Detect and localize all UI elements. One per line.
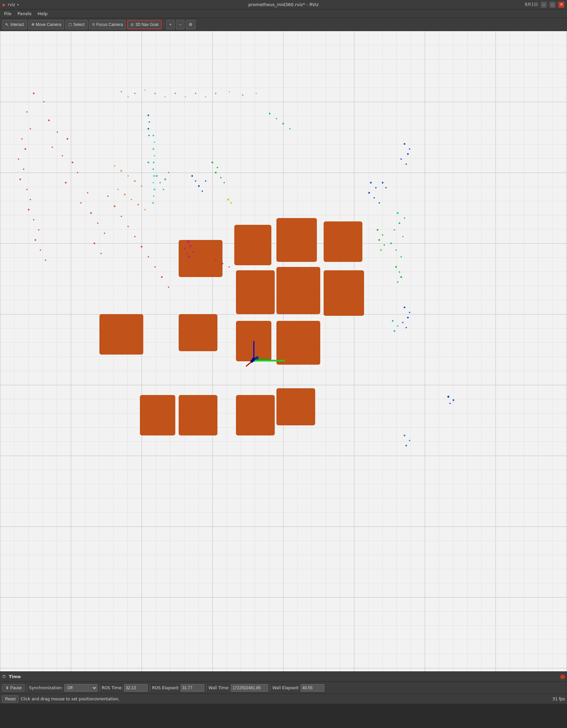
reset-button[interactable]: Reset xyxy=(2,695,19,703)
svg-point-80 xyxy=(382,182,384,184)
svg-point-73 xyxy=(202,190,203,192)
svg-point-88 xyxy=(409,312,410,313)
obstacle-6 xyxy=(276,267,320,314)
menu-file[interactable]: File xyxy=(1,10,14,17)
svg-point-110 xyxy=(190,245,191,247)
interact-button[interactable]: ↖ Interact xyxy=(2,20,27,29)
obstacle-11 xyxy=(276,321,320,365)
svg-point-48 xyxy=(148,162,149,163)
svg-point-125 xyxy=(138,204,139,206)
svg-point-83 xyxy=(409,148,410,150)
svg-point-139 xyxy=(149,121,150,123)
svg-point-14 xyxy=(65,182,67,184)
sep-1 xyxy=(27,685,27,691)
svg-point-89 xyxy=(407,317,409,318)
sync-select[interactable]: Off Approximate Exact xyxy=(64,684,97,692)
svg-point-103 xyxy=(384,244,385,246)
toolbar-separator xyxy=(164,21,164,29)
maximize-button[interactable]: □ xyxy=(549,2,556,8)
obstacle-12 xyxy=(140,395,175,435)
settings-button[interactable]: ⚙ xyxy=(186,20,196,29)
svg-point-71 xyxy=(195,180,196,182)
app-name: rviz xyxy=(8,2,15,7)
svg-point-109 xyxy=(187,241,189,243)
scene-visualization xyxy=(0,31,567,671)
svg-point-82 xyxy=(404,143,406,145)
svg-point-126 xyxy=(144,209,146,210)
obstacle-7 xyxy=(324,270,364,316)
svg-point-3 xyxy=(33,93,35,94)
svg-point-42 xyxy=(28,209,30,211)
ros-time-value[interactable] xyxy=(124,684,148,692)
svg-point-8 xyxy=(57,131,58,133)
svg-point-56 xyxy=(276,118,277,119)
svg-point-16 xyxy=(80,202,82,204)
svg-point-136 xyxy=(153,195,154,197)
hint-text: Click and drag mouse to set position/ori… xyxy=(21,697,119,701)
remove-button[interactable]: − xyxy=(176,20,184,29)
svg-point-138 xyxy=(148,115,149,116)
svg-point-23 xyxy=(114,206,116,207)
camera-move-icon: ⊕ xyxy=(31,22,34,27)
svg-point-123 xyxy=(124,194,126,195)
svg-point-60 xyxy=(404,217,405,219)
svg-point-76 xyxy=(375,187,377,188)
svg-point-46 xyxy=(40,249,41,251)
focus-camera-button[interactable]: ⊙ Focus Camera xyxy=(89,20,126,29)
obstacle-13 xyxy=(179,395,217,435)
svg-point-101 xyxy=(382,234,383,236)
svg-point-68 xyxy=(397,325,398,327)
svg-point-22 xyxy=(107,195,109,197)
sep-2 xyxy=(99,685,100,691)
svg-point-43 xyxy=(33,219,34,220)
gear-icon: ⚙ xyxy=(189,22,192,27)
minimize-button[interactable]: ─ xyxy=(541,2,547,8)
svg-point-55 xyxy=(269,113,271,115)
viewport[interactable]: ◀ ▶ xyxy=(0,31,567,671)
move-camera-button[interactable]: ⊕ Move Camera xyxy=(28,20,64,29)
ros-elapsed-value[interactable] xyxy=(181,684,204,692)
sep-3 xyxy=(150,685,150,691)
ros-elapsed-label: ROS Elapsed: xyxy=(152,686,179,690)
svg-point-124 xyxy=(131,199,132,200)
wall-elapsed-value[interactable] xyxy=(301,684,324,692)
menu-help[interactable]: Help xyxy=(35,10,51,17)
svg-point-102 xyxy=(379,239,380,241)
svg-point-91 xyxy=(406,327,407,328)
obstacle-9 xyxy=(179,314,217,351)
svg-point-7 xyxy=(30,128,31,129)
svg-point-59 xyxy=(397,212,399,214)
menu-panels[interactable]: Panels xyxy=(15,10,34,17)
svg-point-64 xyxy=(390,243,392,244)
svg-point-65 xyxy=(395,249,397,251)
svg-point-92 xyxy=(447,396,449,398)
pause-button[interactable]: ⏸ Pause xyxy=(2,684,25,692)
select-label: Select xyxy=(73,22,84,27)
svg-point-50 xyxy=(156,175,158,177)
select-button[interactable]: ▢ Select xyxy=(65,20,87,29)
svg-point-137 xyxy=(152,202,154,204)
add-button[interactable]: + xyxy=(166,20,175,29)
svg-point-77 xyxy=(368,192,370,194)
svg-point-79 xyxy=(379,202,380,204)
titlebar-right: 8月1日 ─ □ ✕ xyxy=(525,2,564,8)
svg-point-63 xyxy=(402,236,404,237)
wall-time-item: Wall Time: xyxy=(209,684,268,692)
nav-goal-label: 3D Nav Goal xyxy=(135,22,158,27)
nav-goal-button[interactable]: ◎ 3D Nav Goal xyxy=(127,20,162,29)
svg-point-104 xyxy=(380,249,382,251)
svg-point-118 xyxy=(121,170,122,172)
ros-time-item: ROS Time: xyxy=(102,684,148,692)
wall-time-value[interactable] xyxy=(231,684,268,692)
focus-camera-label: Focus Camera xyxy=(96,22,123,27)
svg-point-153 xyxy=(195,93,196,94)
close-button[interactable]: ✕ xyxy=(558,2,564,8)
svg-point-120 xyxy=(134,180,136,182)
svg-point-111 xyxy=(184,248,186,249)
svg-point-148 xyxy=(145,90,146,91)
svg-point-36 xyxy=(25,148,26,150)
obstacle-4 xyxy=(324,221,362,262)
svg-point-156 xyxy=(229,91,230,92)
svg-point-158 xyxy=(256,93,257,94)
svg-point-51 xyxy=(159,182,161,183)
